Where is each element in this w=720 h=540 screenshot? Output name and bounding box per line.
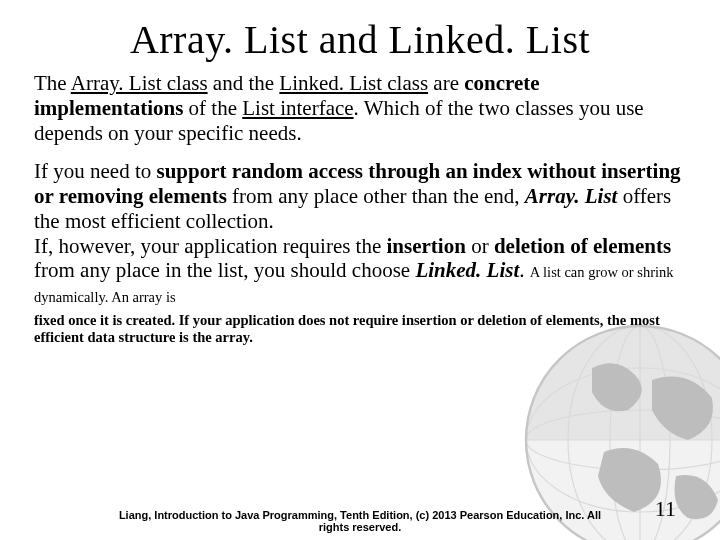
- footer-line: Liang, Introduction to Java Programming,…: [119, 509, 601, 521]
- text: .: [519, 258, 530, 282]
- text-underline: Linked. List class: [279, 71, 428, 95]
- text-bold: insertion: [387, 234, 466, 258]
- text: of the: [183, 96, 242, 120]
- slide-title: Array. List and Linked. List: [0, 0, 720, 71]
- footer-line: rights reserved.: [319, 521, 402, 533]
- paragraph-1: The Array. List class and the Linked. Li…: [34, 71, 690, 145]
- page-number: 11: [655, 496, 676, 522]
- text: from any place in the list, you should c…: [34, 258, 415, 282]
- text: are: [428, 71, 464, 95]
- text: or: [466, 234, 494, 258]
- text-underline: List interface: [242, 96, 353, 120]
- text-underline: Array. List class: [71, 71, 208, 95]
- paragraph-3: fixed once it is created. If your applic…: [34, 312, 690, 345]
- text: from any place other than the end,: [227, 184, 525, 208]
- paragraph-2: If you need to support random access thr…: [34, 159, 690, 308]
- text: If you need to: [34, 159, 156, 183]
- text-bold-italic: Array. List: [525, 184, 618, 208]
- text-bold-italic: Linked. List: [415, 258, 519, 282]
- globe-watermark-icon: [520, 320, 720, 540]
- text: and the: [208, 71, 280, 95]
- slide-body: The Array. List class and the Linked. Li…: [0, 71, 720, 345]
- footer-citation: Liang, Introduction to Java Programming,…: [0, 509, 720, 534]
- text: The: [34, 71, 71, 95]
- text: If, however, your application requires t…: [34, 234, 387, 258]
- text-bold: deletion of elements: [494, 234, 671, 258]
